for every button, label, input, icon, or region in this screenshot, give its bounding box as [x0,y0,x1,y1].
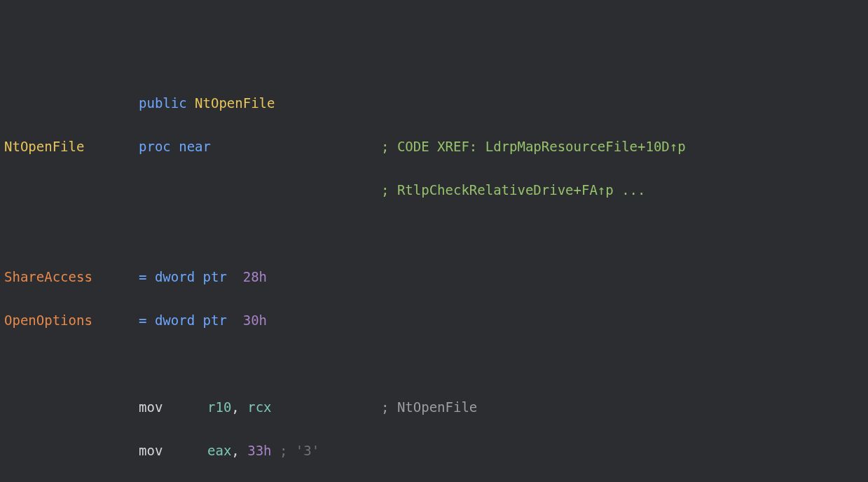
blank-1 [4,223,862,245]
reg-eax: eax [207,443,231,458]
sym-ntopenfile[interactable]: NtOpenFile [195,95,275,111]
mnem-mov-1: mov [139,399,163,415]
num-33h: 33h [247,443,271,458]
num-28h: 28h [243,269,267,284]
label-ntopenfile[interactable]: NtOpenFile [4,139,84,154]
line-public: public NtOpenFile [4,92,862,114]
comment-xref-1: ; CODE XREF: LdrpMapResourceFile+10D↑p [381,136,686,158]
reg-r10: r10 [207,399,231,415]
line-mov-eax: moveax, 33h ; '3' [4,440,862,462]
line-openoptions: OpenOptions= dword ptr 30h [4,310,862,331]
line-shareaccess: ShareAccess= dword ptr 28h [4,266,862,288]
line-xref-cont: ; RtlpCheckRelativeDrive+FA↑p ... [4,179,862,201]
blank-2 [4,353,862,375]
kw-dword-ptr-2: = dword ptr [139,312,243,328]
kw-dword-ptr-1: = dword ptr [139,269,243,284]
reg-rcx: rcx [247,399,271,415]
line-mov-r10: movr10, rcx; NtOpenFile [4,397,862,418]
kw-proc-near: proc near [139,139,211,154]
mnem-mov-2: mov [139,443,163,458]
var-openoptions[interactable]: OpenOptions [4,312,92,328]
var-shareaccess[interactable]: ShareAccess [4,269,92,284]
num-30h: 30h [243,312,267,328]
comment-xref-2: ; RtlpCheckRelativeDrive+FA↑p ... [381,179,646,201]
char-literal: ; '3' [272,443,320,458]
line-proc: NtOpenFileproc near; CODE XREF: LdrpMapR… [4,136,862,158]
sep-1: , [231,399,247,415]
comment-ntopenfile: ; NtOpenFile [381,397,477,418]
sep-2: , [231,443,247,458]
kw-public: public [139,95,187,111]
